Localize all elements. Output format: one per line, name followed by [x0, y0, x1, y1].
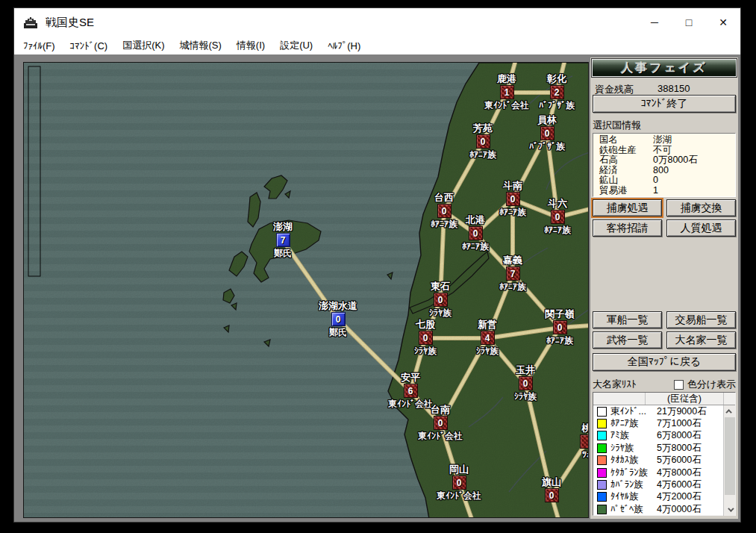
city-owner-label: 鄭氏: [274, 248, 292, 259]
city-marker-red[interactable]: 7: [506, 266, 520, 281]
sidebar: 人事フェイズ 資金残高 388150 ｺﾏﾝﾄﾞ終了 選択国情報 国名澎湖鉄砲生…: [590, 57, 738, 519]
daimyo-color-swatch: [597, 468, 607, 478]
city-owner-label: ﾎｱﾆｱ族: [544, 225, 571, 236]
personnel-button[interactable]: 捕虜処遇: [593, 199, 662, 216]
daimyo-row[interactable]: ﾊﾟｾﾞﾍ族4万0000石: [593, 503, 723, 515]
country-info-row: 貿易港1: [599, 186, 735, 196]
color-display-checkbox[interactable]: [674, 380, 684, 390]
city-sea-node: 澎湖水道0鄭氏: [290, 300, 387, 338]
info-value: 不可: [653, 146, 672, 156]
daimyo-color-swatch: [597, 443, 607, 453]
daimyo-row[interactable]: ｱﾐ族6万8000石: [593, 430, 723, 442]
daimyo-color-swatch: [597, 480, 607, 490]
info-label: 石高: [599, 155, 653, 166]
menu-item[interactable]: 城情報(S): [172, 37, 229, 54]
daimyo-kokudaka: 6万8000石: [657, 429, 702, 442]
daimyo-row[interactable]: ｼﾗﾔ族5万8000石: [593, 442, 723, 454]
menu-item[interactable]: ｺﾏﾝﾄﾞ(C): [63, 38, 116, 54]
end-command-button[interactable]: ｺﾏﾝﾄﾞ終了: [593, 95, 736, 113]
city-name-label: 彰化: [547, 73, 566, 84]
list-scrollbar[interactable]: [723, 405, 735, 516]
maximize-button[interactable]: □: [672, 8, 706, 37]
menu-item[interactable]: ﾍﾙﾌﾟ(H): [320, 38, 368, 54]
city-marker-red[interactable]: 6: [404, 384, 418, 398]
list-button[interactable]: 大名家一覧: [666, 331, 736, 349]
city-marker-red[interactable]: 0: [551, 210, 565, 224]
back-to-national-map-button[interactable]: 全国ﾏｯﾌﾟに戻る: [593, 353, 736, 371]
scrollbar-thumb[interactable]: [725, 417, 735, 495]
daimyo-name: ｶﾊﾞﾗﾝ族: [610, 479, 657, 491]
city-marker-red[interactable]: 0: [419, 331, 433, 345]
daimyo-row[interactable]: ｶﾊﾞﾗﾝ族4万6000石: [593, 479, 723, 490]
city-castle: 東石0ｼﾗﾔ族: [392, 281, 489, 319]
map-viewport[interactable]: 鹿港1東ｲﾝﾄﾞ会社彰化2ﾊﾞﾌﾞｻﾞ族員林0ﾊﾞﾌﾞｻﾞ族芳苑0ﾎｱﾆｱ族台西…: [23, 62, 589, 518]
city-castle: 関子嶺0ﾎｱﾆｱ族: [511, 308, 589, 346]
daimyo-name: 東ｲﾝﾄﾞ...: [610, 405, 657, 418]
personnel-button[interactable]: 捕虜交換: [666, 199, 736, 216]
daimyo-row[interactable]: 東ｲﾝﾄﾞ...21万9000石: [593, 405, 723, 417]
scroll-down-arrow-icon[interactable]: [724, 505, 736, 516]
city-marker-red[interactable]: [580, 434, 590, 449]
city-castle: 彰化2ﾊﾞﾌﾞｻﾞ族: [508, 73, 589, 111]
list-header-col2: (臣従含): [646, 393, 723, 405]
list-header-col1: [593, 393, 646, 405]
minimize-button[interactable]: ─: [637, 8, 672, 37]
info-value: 0: [653, 175, 658, 186]
daimyo-row[interactable]: ｹﾀｶﾞﾗﾝ族4万8000石: [593, 467, 723, 479]
city-marker-red[interactable]: 0: [519, 376, 533, 390]
list-button[interactable]: 軍船一覧: [593, 311, 662, 328]
city-owner-label: 鄭氏: [329, 327, 347, 338]
title-bar: 戦国史SE ─ □ ✕: [14, 8, 740, 37]
city-name-label: 斗南: [503, 180, 522, 191]
city-owner-label: ｼﾗﾔ族: [429, 308, 452, 319]
country-info-title: 選択国情報: [593, 119, 736, 134]
daimyo-kokudaka: 4万0000石: [657, 503, 702, 516]
daimyo-name: ｱﾐ族: [610, 429, 657, 442]
menu-item[interactable]: 設定(U): [272, 37, 320, 54]
menu-item[interactable]: 国選択(K): [115, 37, 172, 54]
info-label: 貿易港: [599, 186, 653, 196]
daimyo-list-title: 大名家ﾘｽﾄ: [593, 378, 674, 391]
info-value: 0万8000石: [653, 155, 698, 166]
daimyo-color-swatch: [597, 455, 607, 465]
info-label: 経済: [599, 166, 653, 176]
city-marker-red[interactable]: 0: [452, 476, 466, 490]
city-marker-blue[interactable]: 0: [331, 312, 346, 326]
daimyo-row[interactable]: ﾎｱﾆｱ族7万1000石: [593, 417, 723, 429]
window-title: 戦国史SE: [46, 16, 94, 30]
list-button[interactable]: 武将一覧: [593, 331, 662, 349]
country-info-row: 石高0万8000石: [599, 155, 735, 166]
city-marker-red[interactable]: 2: [550, 85, 564, 99]
city-marker-red[interactable]: 0: [545, 488, 559, 502]
city-name-label: 新営: [478, 319, 497, 330]
city-marker-blue[interactable]: 7: [276, 233, 290, 247]
menu-item[interactable]: ﾌｧｲﾙ(F): [16, 38, 63, 54]
city-marker-red[interactable]: 0: [476, 134, 490, 149]
personnel-button[interactable]: 人質処遇: [666, 219, 736, 237]
menu-item[interactable]: 情報(I): [229, 37, 272, 54]
daimyo-kokudaka: 4万6000石: [657, 479, 702, 491]
daimyo-row[interactable]: ﾀｲﾔﾙ族4万2000石: [593, 491, 723, 503]
city-marker-red[interactable]: 4: [481, 331, 495, 345]
list-button[interactable]: 交易船一覧: [666, 311, 736, 328]
city-name-label: 旗山: [542, 476, 561, 487]
city-marker-red[interactable]: 0: [469, 226, 483, 240]
scroll-up-arrow-icon[interactable]: [724, 405, 736, 417]
city-marker-red[interactable]: 0: [553, 320, 567, 334]
city-owner-label: ｼﾗﾔ族: [514, 391, 537, 402]
close-button[interactable]: ✕: [706, 8, 740, 37]
city-castle: 台南0東ｲﾝﾄﾞ会社: [392, 404, 489, 442]
country-info-row: 国名澎湖: [599, 135, 735, 146]
city-name-label: 澎湖: [273, 221, 293, 232]
country-info-row: 鉄砲生産不可: [599, 146, 735, 156]
daimyo-row[interactable]: ﾀｵｶｽ族5万6000石: [593, 455, 723, 467]
city-marker-red[interactable]: 0: [434, 293, 448, 307]
country-info-row: 鉱山0: [599, 175, 735, 186]
city-owner-label: ｼﾗﾔ族: [476, 346, 499, 357]
city-marker-red[interactable]: 0: [540, 126, 554, 140]
city-castle: 芳苑0ﾎｱﾆｱ族: [434, 122, 531, 160]
city-marker-red[interactable]: 0: [434, 416, 448, 430]
city-owner-label: 東ｲﾝﾄﾞ会社: [437, 490, 481, 502]
personnel-button[interactable]: 客将招請: [593, 219, 662, 237]
daimyo-kokudaka: 21万9000石: [657, 405, 707, 418]
